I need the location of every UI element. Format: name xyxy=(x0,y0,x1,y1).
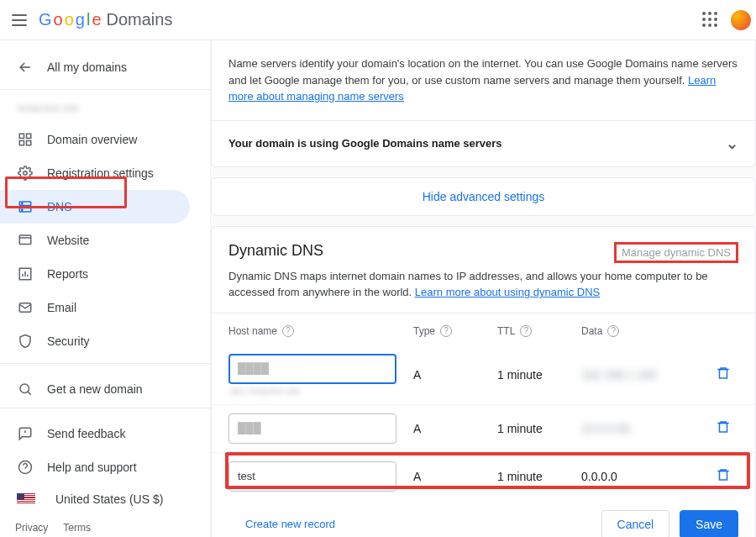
svg-rect-0 xyxy=(19,134,24,138)
svg-point-12 xyxy=(20,384,29,393)
sidebar-item-label: Send feedback xyxy=(47,427,125,440)
app-header: Google Domains xyxy=(0,0,756,40)
sidebar-locale[interactable]: United States (US $) xyxy=(0,484,190,514)
feedback-icon xyxy=(17,425,34,442)
chart-icon xyxy=(17,266,34,282)
col-data: Data? xyxy=(581,325,716,337)
svg-rect-2 xyxy=(19,141,24,145)
manage-dynamic-dns-button[interactable]: Manage dynamic DNS xyxy=(614,242,738,263)
data-cell: 192.168.1.100 xyxy=(581,368,716,382)
ttl-cell: 1 minute xyxy=(497,422,581,435)
dashboard-icon xyxy=(17,131,34,148)
main-content: Name servers identify your domain's loca… xyxy=(210,40,756,537)
name-servers-card: Name servers identify your domain's loca… xyxy=(211,40,756,167)
sidebar-help-support[interactable]: Help and support xyxy=(0,450,190,484)
name-servers-status-text: Your domain is using Google Domains name… xyxy=(228,137,502,150)
sidebar-item-label: Get a new domain xyxy=(47,382,143,396)
name-servers-status-row[interactable]: Your domain is using Google Domains name… xyxy=(212,120,755,166)
hostname-input[interactable] xyxy=(228,354,396,384)
svg-rect-1 xyxy=(27,134,31,138)
learn-more-dyndns-link[interactable]: Learn more about using dynamic DNS xyxy=(415,286,600,298)
sidebar-item-label: Help and support xyxy=(47,461,137,474)
sidebar-item-label: United States (US $) xyxy=(55,492,163,506)
sidebar-item-email[interactable]: Email xyxy=(0,291,190,324)
data-cell: 10.0.0.50 xyxy=(581,422,716,435)
sidebar-item-label: Registration settings xyxy=(47,166,154,180)
avatar[interactable] xyxy=(729,8,753,32)
name-servers-description: Name servers identify your domain's loca… xyxy=(212,40,755,120)
header-left: Google Domains xyxy=(10,10,172,30)
dns-records-table: Host name? Type? TTL? Data? abc.redacted… xyxy=(212,313,755,500)
sidebar-item-label: DNS xyxy=(47,200,72,213)
svg-rect-15 xyxy=(720,424,727,433)
sidebar-item-label: Website xyxy=(47,234,89,247)
table-header: Host name? Type? TTL? Data? xyxy=(212,313,755,345)
dynamic-dns-card: Dynamic DNS Manage dynamic DNS Dynamic D… xyxy=(211,226,756,538)
sidebar-item-overview[interactable]: Domain overview xyxy=(0,123,190,156)
svg-rect-16 xyxy=(720,471,727,481)
arrow-back-icon xyxy=(17,59,34,76)
svg-rect-3 xyxy=(27,141,31,145)
help-icon[interactable]: ? xyxy=(440,325,452,337)
svg-point-4 xyxy=(24,171,28,176)
chevron-down-icon: ⌄ xyxy=(726,134,738,153)
sidebar-item-reports[interactable]: Reports xyxy=(0,257,190,291)
current-domain: redacted.site xyxy=(0,98,210,123)
hostname-input[interactable] xyxy=(228,461,396,492)
svg-rect-9 xyxy=(19,235,31,245)
sidebar-item-label: Domain overview xyxy=(47,133,137,146)
menu-icon[interactable] xyxy=(10,10,30,30)
gear-icon xyxy=(17,165,34,182)
back-all-domains[interactable]: All my domains xyxy=(0,47,210,87)
sidebar-item-website[interactable]: Website xyxy=(0,224,190,257)
help-icon[interactable]: ? xyxy=(607,325,619,337)
hide-advanced-settings-button[interactable]: Hide advanced settings xyxy=(211,177,756,216)
col-type: Type? xyxy=(413,325,497,337)
svg-rect-14 xyxy=(720,370,727,379)
table-row: A 1 minute 0.0.0.0 xyxy=(212,452,755,500)
sidebar: All my domains redacted.site Domain over… xyxy=(0,40,210,537)
hostname-fqdn-subtext: abc.redacted.site xyxy=(230,386,413,396)
sidebar-get-new-domain[interactable]: Get a new domain xyxy=(0,372,190,406)
sidebar-item-registration[interactable]: Registration settings xyxy=(0,156,190,190)
type-cell: A xyxy=(413,470,497,483)
email-icon xyxy=(17,299,34,316)
help-icon[interactable]: ? xyxy=(282,325,294,337)
create-new-record-button[interactable]: Create new record xyxy=(245,518,335,530)
data-cell: 0.0.0.0 xyxy=(581,470,716,483)
col-host: Host name? xyxy=(228,325,413,337)
cancel-button[interactable]: Cancel xyxy=(601,510,670,538)
dynamic-dns-description: Dynamic DNS maps internet domain names t… xyxy=(212,268,755,313)
svg-point-8 xyxy=(22,209,24,211)
flag-us-icon xyxy=(17,493,35,505)
shield-icon xyxy=(17,333,34,350)
ttl-cell: 1 minute xyxy=(497,470,581,483)
type-cell: A xyxy=(413,422,497,435)
sidebar-send-feedback[interactable]: Send feedback xyxy=(0,417,190,450)
dynamic-dns-title: Dynamic DNS xyxy=(228,242,323,260)
ttl-cell: 1 minute xyxy=(497,368,581,382)
apps-icon[interactable] xyxy=(702,12,719,29)
type-cell: A xyxy=(413,368,497,382)
sidebar-item-dns[interactable]: DNS xyxy=(0,190,190,224)
terms-link[interactable]: Terms xyxy=(63,522,91,534)
table-row: abc.redacted.site A 1 minute 192.168.1.1… xyxy=(212,345,755,404)
sidebar-item-label: Reports xyxy=(47,267,88,281)
privacy-link[interactable]: Privacy xyxy=(15,522,48,534)
delete-row-button[interactable] xyxy=(716,419,749,437)
help-icon[interactable]: ? xyxy=(520,325,532,337)
delete-row-button[interactable] xyxy=(716,366,749,383)
table-footer: Create new record Cancel Save xyxy=(212,500,755,538)
sidebar-item-security[interactable]: Security xyxy=(0,324,190,358)
save-button[interactable]: Save xyxy=(680,510,738,538)
sidebar-item-label: Email xyxy=(47,301,76,314)
help-icon xyxy=(17,459,34,476)
table-row: A 1 minute 10.0.0.50 xyxy=(212,404,755,452)
google-domains-logo[interactable]: Google Domains xyxy=(39,10,172,29)
website-icon xyxy=(17,232,34,249)
hostname-input[interactable] xyxy=(228,413,396,444)
col-ttl: TTL? xyxy=(497,325,581,337)
back-label: All my domains xyxy=(47,61,127,74)
sidebar-item-label: Security xyxy=(47,334,90,348)
delete-row-button[interactable] xyxy=(716,467,749,485)
